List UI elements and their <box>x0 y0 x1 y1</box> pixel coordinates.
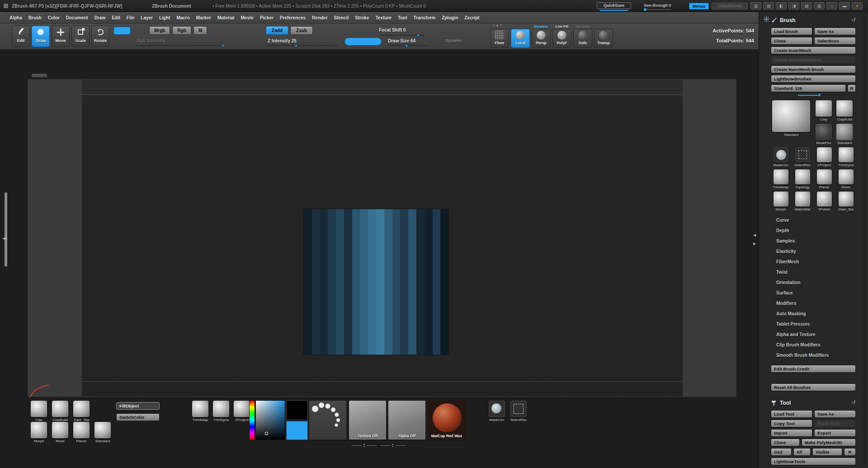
menu-item[interactable]: Layer <box>137 14 156 22</box>
brush-thumbnail[interactable]: TrimAdap <box>191 400 210 422</box>
menu-item[interactable]: Preferences <box>277 14 309 22</box>
palette-button[interactable]: Clone <box>771 37 812 45</box>
tray-scroll-widget[interactable]: ▲▼ <box>380 443 405 448</box>
default-zscript-button[interactable]: DefaultZScript <box>712 3 748 9</box>
collapse-left-icon[interactable]: ◀ <box>753 233 756 237</box>
hue-strip[interactable] <box>249 400 255 440</box>
palette-button[interactable]: Create NanoMesh Brush <box>771 66 856 73</box>
main-color-swatch[interactable] <box>113 27 131 35</box>
brush-thumbnail[interactable]: Morph <box>29 421 48 443</box>
palette-button[interactable]: Load Tool <box>771 410 812 418</box>
paint-mode-button[interactable]: Rgb <box>172 26 191 35</box>
panel-scrollbar[interactable] <box>863 16 866 464</box>
brush-thumbnail[interactable]: Topology <box>793 169 812 189</box>
menu-item[interactable]: Color <box>45 14 63 22</box>
palette-button[interactable]: GoZ <box>771 448 792 456</box>
alpha-selector[interactable]: Alpha Off <box>388 400 426 440</box>
brush-section-header[interactable]: Tablet Pressure <box>771 319 856 329</box>
z-intensity-slider-track[interactable] <box>267 45 338 46</box>
mode-button[interactable]: Rotate <box>91 26 109 47</box>
brush-thumbnail[interactable]: Clay <box>814 100 833 122</box>
left-divider-arrows[interactable]: ◀▶ <box>2 237 8 240</box>
palette-reset-icon[interactable] <box>851 399 856 406</box>
sculpt-mode-button[interactable]: Zadd <box>266 26 288 35</box>
brush-thumbnail[interactable]: MaskCirc <box>771 147 791 167</box>
menu-item[interactable]: File <box>123 14 137 22</box>
current-color-swatch[interactable] <box>286 421 308 440</box>
brush-thumbnail[interactable]: ClayBuild <box>51 400 70 422</box>
brush-reset-button[interactable]: R <box>848 84 856 92</box>
menu-item[interactable]: Zplugin <box>439 14 461 22</box>
brush-thumbnail[interactable]: MaskCirc <box>487 400 506 422</box>
tool-palette-header[interactable]: Tool <box>771 398 856 407</box>
z-intensity-slider-label[interactable]: Z Intensity 25 <box>268 38 297 43</box>
palette-button[interactable]: Save As <box>814 28 856 35</box>
previous-color-swatch[interactable] <box>286 400 308 420</box>
brush-thumbnail[interactable]: ClayBuild <box>835 100 854 122</box>
palette-button[interactable]: Clone <box>771 439 800 446</box>
see-through-slider-track[interactable] <box>645 9 671 10</box>
expand-right-icon[interactable]: ▶ <box>753 242 756 246</box>
brush-section-header[interactable]: Twist <box>771 267 856 277</box>
brush-thumbnail[interactable]: Move <box>836 169 856 189</box>
brush-thumbnail[interactable]: TrimAdap <box>771 169 791 189</box>
menu-item[interactable]: Light <box>156 14 173 22</box>
brush-thumbnail[interactable]: Dam_Sta <box>836 191 856 211</box>
focal-shift-slider-label[interactable]: Focal Shift 0 <box>379 28 406 33</box>
brush-section-header[interactable]: Curve <box>771 215 856 225</box>
brush-section-header[interactable]: Samples <box>771 236 856 246</box>
rgb-intensity-slider-label[interactable]: Rgb Intensity <box>137 38 165 43</box>
focal-shift-slider-dot[interactable] <box>417 34 420 37</box>
document-canvas[interactable] <box>82 80 683 396</box>
switch-color-button[interactable]: SwitchColor <box>116 413 160 421</box>
palette-button[interactable]: Create InsertMesh <box>771 47 856 54</box>
menu-item[interactable]: Edit <box>108 14 123 22</box>
paint-mode-button[interactable]: Mrgb <box>149 26 170 35</box>
menu-item[interactable]: Texture <box>372 14 394 22</box>
brush-thumbnail[interactable]: SelectRec <box>509 400 528 422</box>
window-icon[interactable] <box>852 2 863 9</box>
scroll-arrows-icon[interactable]: ▲▼ <box>392 443 394 448</box>
secondary-color-swatch[interactable] <box>344 37 382 46</box>
brush-thumbnail[interactable]: Move <box>51 421 70 443</box>
view-button[interactable]: PolyF <box>552 29 571 48</box>
brush-thumbnail[interactable]: ZProject <box>814 147 834 167</box>
color-picker-square[interactable] <box>255 400 285 440</box>
edit-brush-credit-button[interactable]: Edit Brush Credit <box>771 365 856 373</box>
menu-item[interactable]: Transform <box>410 14 439 22</box>
window-icon[interactable] <box>814 2 825 9</box>
window-icon[interactable] <box>763 2 774 9</box>
brush-thumbnail[interactable]: ZProject <box>232 400 251 422</box>
palette-button[interactable]: Lightbox▸Tools <box>771 458 856 465</box>
fill-object-button[interactable]: FillObject <box>116 402 160 410</box>
brush-section-header[interactable]: Clip Brush Modifiers <box>771 340 856 350</box>
current-brush-selector[interactable]: Standard. 126 <box>771 84 846 92</box>
menu-item[interactable]: Material <box>214 14 238 22</box>
brush-section-header[interactable]: Surface <box>771 288 856 298</box>
menu-item[interactable]: Tool <box>395 14 410 22</box>
menu-item[interactable]: Stencil <box>331 14 352 22</box>
palette-button[interactable]: Paste Tool <box>814 420 856 427</box>
brush-section-header[interactable]: Orientation <box>771 277 856 288</box>
mode-button[interactable]: Edit <box>12 26 30 47</box>
palette-button[interactable]: Save As <box>814 410 856 418</box>
brush-thumbnail[interactable]: Planar <box>814 169 834 189</box>
view-button[interactable]: Solo <box>573 29 592 48</box>
palette-button[interactable]: Export <box>814 429 856 437</box>
view-button[interactable]: Local <box>511 29 530 48</box>
slider-dot[interactable] <box>818 94 821 97</box>
left-scrollbar[interactable] <box>5 192 7 267</box>
current-brush-thumbnail[interactable]: Standard <box>771 100 811 145</box>
brush-thumbnail[interactable]: Standard <box>93 421 112 443</box>
window-icon[interactable] <box>801 2 812 9</box>
window-icon[interactable] <box>750 2 761 9</box>
brush-thumbnail[interactable]: MatchMal <box>793 191 812 211</box>
stroke-selector[interactable]: Dots <box>309 400 347 440</box>
palette-button[interactable]: R <box>844 448 856 456</box>
brush-thumbnail[interactable]: TrimDyna <box>836 147 856 167</box>
window-icon[interactable] <box>839 2 850 9</box>
menu-item[interactable]: Macro <box>173 14 193 22</box>
brush-thumbnail[interactable]: MaskPen <box>814 123 833 145</box>
canvas-top-handle[interactable] <box>32 74 47 77</box>
palette-button[interactable]: Create InsertMultiMesh <box>771 56 856 64</box>
